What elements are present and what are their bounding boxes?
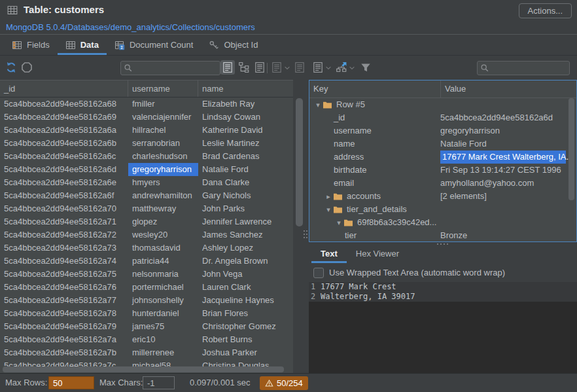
- chevron-down-icon[interactable]: [348, 64, 356, 72]
- cell-name[interactable]: Jennifer Lawrence: [198, 215, 293, 228]
- cell-username[interactable]: serranobrian: [128, 137, 198, 150]
- value-text-editor[interactable]: 1 17677 Mark Crest 2 Walterberg, IA 3901…: [309, 282, 577, 373]
- cell-id[interactable]: 5ca4bbcea2dd94ee58162a79: [0, 320, 128, 333]
- cell-name[interactable]: Ashley Lopez: [198, 241, 293, 255]
- transpose-view-icon[interactable]: [294, 62, 306, 73]
- tree-key-cell[interactable]: _id: [309, 111, 440, 124]
- chevron-icon[interactable]: [334, 216, 343, 229]
- tree-view-icon[interactable]: [238, 62, 250, 73]
- table-row[interactable]: 5ca4bbcea2dd94ee58162a74 patricia44 Dr. …: [0, 255, 293, 268]
- tab-document-count[interactable]: Document Count: [107, 35, 201, 55]
- cell-id[interactable]: 5ca4bbcea2dd94ee58162a68: [0, 98, 128, 111]
- table-row[interactable]: 5ca4bbcea2dd94ee58162a70 matthewray John…: [0, 202, 293, 215]
- cell-username[interactable]: matthewray: [128, 202, 198, 215]
- cell-name[interactable]: Leslie Martinez: [198, 137, 293, 150]
- table-row[interactable]: 5ca4bbcea2dd94ee58162a75 nelsonmaria Joh…: [0, 268, 293, 281]
- cell-username[interactable]: james75: [128, 320, 198, 333]
- tree-row[interactable]: email amyholland@yahoo.com: [309, 177, 576, 190]
- cell-id[interactable]: 5ca4bbcea2dd94ee58162a7a: [0, 333, 128, 346]
- tree-key-cell[interactable]: name: [309, 137, 440, 151]
- tree-value-cell[interactable]: 17677 Mark Crest Walterberg, IA...: [440, 151, 576, 164]
- tree-row[interactable]: tier_and_details: [309, 203, 576, 216]
- grid-horizontal-scrollbar[interactable]: [3, 366, 284, 372]
- cell-username[interactable]: nelsonmaria: [128, 268, 198, 281]
- table-row[interactable]: 5ca4bbcea2dd94ee58162a7b millerrenee Jos…: [0, 346, 293, 359]
- tree-key-cell[interactable]: email: [309, 177, 440, 190]
- cell-id[interactable]: 5ca4bbcea2dd94ee58162a69: [0, 111, 128, 124]
- cell-id[interactable]: 5ca4bbcea2dd94ee58162a6e: [0, 176, 128, 189]
- cell-id[interactable]: 5ca4bbcea2dd94ee58162a74: [0, 255, 128, 268]
- refresh-icon[interactable]: [5, 62, 17, 73]
- tree-search-input[interactable]: [492, 62, 568, 75]
- text-view-icon[interactable]: [254, 62, 266, 73]
- cell-username[interactable]: hmyers: [128, 176, 198, 189]
- table-row[interactable]: 5ca4bbcea2dd94ee58162a79 james75 Christo…: [0, 320, 293, 333]
- cell-id[interactable]: 5ca4bbcea2dd94ee58162a6d: [0, 163, 128, 176]
- actions-button[interactable]: Actions...: [519, 3, 572, 18]
- tree-value-cell[interactable]: amyholland@yahoo.com: [440, 177, 576, 190]
- chevron-icon[interactable]: [324, 203, 333, 216]
- tree-row[interactable]: address 17677 Mark Crest Walterberg, IA.…: [309, 151, 576, 164]
- stop-icon[interactable]: [21, 62, 33, 73]
- cell-id[interactable]: 5ca4bbcea2dd94ee58162a71: [0, 215, 128, 228]
- tab-data[interactable]: Data: [58, 35, 107, 55]
- cell-username[interactable]: hunterdaniel: [128, 307, 198, 320]
- column-header-name[interactable]: name: [198, 80, 293, 97]
- expand-tree-icon[interactable]: [336, 62, 347, 73]
- tree-value-cell[interactable]: [440, 98, 576, 111]
- cell-name[interactable]: Brad Cardenas: [198, 150, 293, 163]
- cell-username[interactable]: valenciajennifer: [128, 111, 198, 124]
- cell-id[interactable]: 5ca4bbcea2dd94ee58162a76: [0, 281, 128, 294]
- cell-username[interactable]: charleshudson: [128, 150, 198, 163]
- table-row[interactable]: 5ca4bbcea2dd94ee58162a6c charleshudson B…: [0, 150, 293, 163]
- tree-row[interactable]: Row #5: [309, 98, 576, 111]
- max-rows-input[interactable]: [48, 376, 94, 389]
- chevron-down-icon[interactable]: [283, 64, 291, 72]
- tree-key-cell[interactable]: tier_and_details: [309, 203, 440, 216]
- tree-key-cell[interactable]: 69f8b6a3c39c42ed...: [309, 216, 440, 229]
- tree-row[interactable]: birthdate Fri Sep 13 19:14:27 CEST 1996: [309, 164, 576, 177]
- grid-vertical-scrollbar[interactable]: [296, 98, 303, 226]
- table-row[interactable]: 5ca4bbcea2dd94ee58162a7a eric10 Robert B…: [0, 333, 293, 346]
- tree-row[interactable]: username gregoryharrison: [309, 124, 576, 137]
- table-row[interactable]: 5ca4bbcea2dd94ee58162a77 johnsonshelly J…: [0, 294, 293, 307]
- cell-name[interactable]: Lauren Clark: [198, 281, 293, 294]
- table-row[interactable]: 5ca4bbcea2dd94ee58162a68 fmiller Elizabe…: [0, 98, 293, 111]
- tree-row[interactable]: accounts [2 elements]: [309, 190, 576, 203]
- cell-id[interactable]: 5ca4bbcea2dd94ee58162a6a: [0, 124, 128, 137]
- cell-name[interactable]: John Parks: [198, 202, 293, 215]
- cell-username[interactable]: millerrenee: [128, 346, 198, 359]
- cell-name[interactable]: Elizabeth Ray: [198, 98, 293, 111]
- chevron-icon[interactable]: [324, 190, 333, 203]
- cell-name[interactable]: Gary Nichols: [198, 189, 293, 202]
- tree-value-cell[interactable]: 5ca4bbcea2dd94ee58162a6d: [440, 111, 576, 124]
- table-row[interactable]: 5ca4bbcea2dd94ee58162a6f andrewhamilton …: [0, 189, 293, 202]
- cell-username[interactable]: fmiller: [128, 98, 198, 111]
- table-row[interactable]: 5ca4bbcea2dd94ee58162a6e hmyers Dana Cla…: [0, 176, 293, 189]
- cell-username[interactable]: hillrachel: [128, 124, 198, 137]
- column-header-value[interactable]: Value: [440, 80, 576, 98]
- cell-id[interactable]: 5ca4bbcea2dd94ee58162a70: [0, 202, 128, 215]
- table-row[interactable]: 5ca4bbcea2dd94ee58162a6b serranobrian Le…: [0, 137, 293, 150]
- cell-username[interactable]: wesley20: [128, 228, 198, 241]
- max-chars-input[interactable]: [143, 376, 175, 389]
- chevron-icon[interactable]: [313, 98, 323, 111]
- grid-search-input[interactable]: [135, 62, 219, 75]
- tree-value-cell[interactable]: [440, 203, 576, 216]
- tree-row[interactable]: 69f8b6a3c39c42ed...: [309, 216, 576, 229]
- breadcrumb[interactable]: MongoDB 5.0.4/Databases/demo_analytics/C…: [6, 20, 255, 34]
- editor-line[interactable]: 1 17677 Mark Crest: [309, 282, 577, 292]
- cell-name[interactable]: John Vega: [198, 268, 293, 281]
- table-row[interactable]: 5ca4bbcea2dd94ee58162a6a hillrachel Kath…: [0, 124, 293, 137]
- tree-row[interactable]: tier Bronze: [309, 229, 576, 242]
- tab-fields[interactable]: Fields: [4, 35, 58, 55]
- table-row[interactable]: 5ca4bbcea2dd94ee58162a76 portermichael L…: [0, 281, 293, 294]
- cell-username[interactable]: glopez: [128, 215, 198, 228]
- cell-name[interactable]: James Sanchez: [198, 228, 293, 241]
- cell-username[interactable]: patricia44: [128, 255, 198, 268]
- tree-row[interactable]: _id 5ca4bbcea2dd94ee58162a6d: [309, 111, 576, 124]
- column-header-key[interactable]: Key: [309, 80, 440, 98]
- cell-id[interactable]: 5ca4bbcea2dd94ee58162a72: [0, 228, 128, 241]
- cell-name[interactable]: Dana Clarke: [198, 176, 293, 189]
- editor-line[interactable]: 2 Walterberg, IA 39017: [309, 292, 577, 302]
